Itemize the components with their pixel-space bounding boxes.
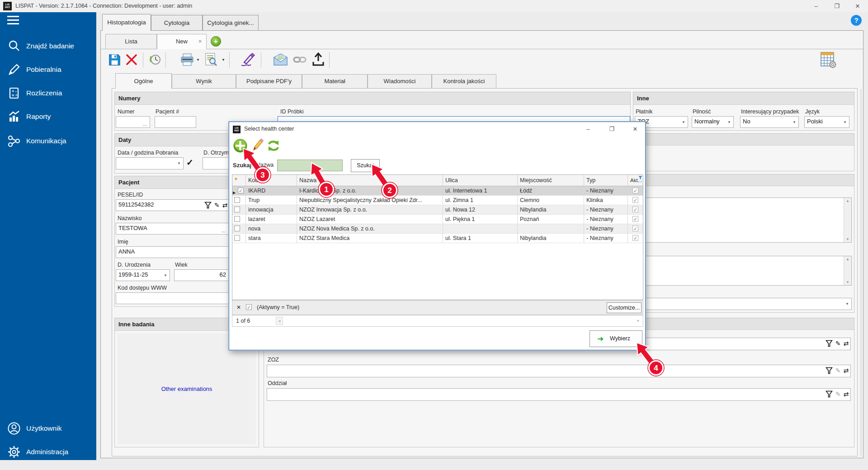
- formtab-wiadomosci[interactable]: Wiadomości: [368, 74, 432, 89]
- print-icon[interactable]: [180, 53, 194, 66]
- sidebar-item-rozliczenia[interactable]: + -× ÷ Rozliczenia: [0, 83, 96, 103]
- akt-checkbox[interactable]: ✓: [632, 226, 638, 231]
- print-dropdown-arrow[interactable]: ▼: [196, 58, 200, 62]
- help-button[interactable]: ?: [851, 15, 862, 26]
- marker-column-header[interactable]: *: [232, 175, 246, 186]
- swap-icon[interactable]: ⇄: [222, 202, 228, 209]
- oddzial-input[interactable]: [267, 388, 851, 401]
- dialog-maximize-button[interactable]: ❐: [605, 125, 618, 134]
- kod-www-input[interactable]: [116, 292, 229, 304]
- window-minimize-button[interactable]: –: [806, 0, 826, 12]
- akt-column-header[interactable]: Akt...: [628, 175, 643, 186]
- tab-cytologia-ginek[interactable]: Cytologia ginek...: [203, 15, 259, 31]
- delete-icon[interactable]: [125, 53, 138, 66]
- ulica-column-header[interactable]: Ulica: [443, 175, 518, 186]
- print-preview-icon[interactable]: [204, 52, 218, 67]
- miejscowosc-column-header[interactable]: Miejscowość: [518, 175, 584, 186]
- swap-icon[interactable]: ⇄: [844, 367, 849, 374]
- row-checkbox[interactable]: [234, 226, 240, 231]
- zoz-input[interactable]: [267, 365, 851, 377]
- subtab-close-icon[interactable]: ✕: [198, 34, 202, 49]
- subtab-lista[interactable]: Lista: [105, 34, 157, 49]
- akt-checkbox[interactable]: ✓: [632, 207, 638, 212]
- table-row[interactable]: staraNZOZ Stara Medicaul. Stara 1Nibylan…: [232, 234, 643, 243]
- filter-remove-icon[interactable]: ✕: [236, 304, 241, 310]
- swap-icon[interactable]: ⇄: [844, 340, 849, 347]
- numer-input[interactable]: …: [116, 116, 150, 128]
- filter-icon[interactable]: [826, 340, 833, 347]
- pilnosc-combo[interactable]: Normalny▼: [692, 116, 734, 128]
- jezyk-combo[interactable]: Polski▼: [804, 116, 849, 128]
- filter-icon[interactable]: [826, 367, 833, 374]
- interesujacy-combo[interactable]: No▼: [740, 116, 799, 128]
- subtab-new[interactable]: New ✕: [157, 34, 207, 49]
- link-icon[interactable]: [293, 54, 307, 66]
- tab-cytologia[interactable]: Cytologia: [151, 15, 203, 31]
- save-icon[interactable]: [108, 54, 121, 66]
- health-center-search-input[interactable]: [277, 160, 343, 171]
- row-checkbox[interactable]: [234, 197, 240, 203]
- formtab-ogolne[interactable]: Ogólne: [115, 73, 172, 89]
- formtab-kontrola-jakosci[interactable]: Kontrola jakości: [432, 74, 496, 89]
- right-combo[interactable]: ▼: [637, 298, 852, 310]
- edit-pencil-icon[interactable]: ✎: [214, 202, 220, 209]
- add-tab-button[interactable]: +: [211, 36, 221, 47]
- customize-button[interactable]: Customize...: [607, 302, 642, 313]
- akt-checkbox[interactable]: ✓: [632, 216, 638, 222]
- row-checkbox[interactable]: [234, 216, 240, 222]
- akt-checkbox[interactable]: ✓: [632, 235, 638, 241]
- tab-histopatologia[interactable]: Histopatologia: [102, 14, 151, 31]
- table-row[interactable]: novaNZOZ Nova Medica Sp. z o.o.- Nieznan…: [232, 224, 643, 234]
- filter-icon[interactable]: [826, 390, 833, 398]
- szukaj-button[interactable]: Szukaj: [351, 159, 380, 172]
- sidebar-item-uzytkownik[interactable]: Użytkownik: [0, 418, 96, 438]
- urodzenia-combo[interactable]: 1959-11-25▼: [116, 269, 170, 281]
- row-checkbox[interactable]: ✓: [238, 188, 244, 193]
- history-refresh-icon[interactable]: [148, 53, 162, 66]
- refresh-icon[interactable]: [266, 139, 281, 153]
- right-textarea-1[interactable]: ▲ ▼: [637, 197, 852, 243]
- nazwisko-input[interactable]: TESTOWA…: [116, 223, 229, 235]
- pacjent-nr-input[interactable]: [155, 116, 196, 128]
- nazwa-column-header[interactable]: Nazwa: [297, 175, 443, 186]
- pager-next-icon[interactable]: ►: [635, 317, 642, 325]
- sidebar-item-administracja[interactable]: Administracja: [0, 442, 96, 462]
- window-close-button[interactable]: ✕: [847, 0, 868, 12]
- edit-pencil-icon[interactable]: ✎: [835, 340, 841, 347]
- email-icon[interactable]: [273, 53, 288, 66]
- dialog-close-button[interactable]: ✕: [628, 125, 642, 134]
- table-row[interactable]: TrupNiepubliczny Specjalistyczny Zakład …: [232, 196, 643, 205]
- formtab-podpisane-pdfy[interactable]: Podpisane PDF'y: [236, 74, 302, 89]
- nazwisko-ellipsis-button[interactable]: …: [221, 228, 226, 233]
- table-row[interactable]: innowacjaNZOZ Innowacja Sp. z o.o.ul. No…: [232, 205, 643, 215]
- swap-icon[interactable]: ⇄: [844, 390, 849, 398]
- menu-hamburger-icon[interactable]: [7, 16, 19, 26]
- data-pobrania-combo[interactable]: ▼: [116, 157, 184, 169]
- filter-checkbox[interactable]: ✓: [246, 304, 252, 310]
- edit-pencil-icon[interactable]: ✎: [835, 367, 841, 374]
- sidebar-item-komunikacja[interactable]: Komunikacja: [0, 131, 96, 151]
- row-checkbox[interactable]: [234, 235, 240, 241]
- sign-pen-icon[interactable]: [240, 52, 256, 68]
- upload-icon[interactable]: [312, 52, 325, 66]
- filter-icon[interactable]: [204, 202, 212, 209]
- formtab-wynik[interactable]: Wynik: [172, 74, 236, 89]
- akt-checkbox[interactable]: ✓: [632, 197, 638, 203]
- table-row[interactable]: lazaretNZOZ Lazaretul. Piękna 1Poznań- N…: [232, 215, 643, 224]
- sidebar-item-raporty[interactable]: Raporty: [0, 107, 96, 127]
- typ-column-header[interactable]: Typ: [584, 175, 628, 186]
- grid-settings-icon[interactable]: [816, 51, 838, 69]
- row-checkbox[interactable]: [234, 207, 240, 212]
- numer-ellipsis-button[interactable]: …: [142, 121, 148, 127]
- other-examinations-link[interactable]: Other examinations: [161, 385, 212, 392]
- table-row[interactable]: ▶✓IKARDI-Kardiologia Sp. z o.o.ul. Inter…: [232, 186, 643, 196]
- preview-dropdown-arrow[interactable]: ▼: [222, 58, 225, 62]
- sidebar-item-pobieralnia[interactable]: Pobieralnia: [0, 60, 96, 80]
- add-icon[interactable]: [233, 138, 248, 153]
- edit-pencil-icon[interactable]: ✎: [835, 390, 841, 398]
- right-textarea-2[interactable]: ▲ ▼: [637, 256, 852, 286]
- column-filter-icon[interactable]: [638, 176, 642, 180]
- window-maximize-button[interactable]: ❐: [826, 0, 847, 12]
- sidebar-item-znajdz-badanie[interactable]: Znajdź badanie: [0, 36, 96, 56]
- imie-input[interactable]: ANNA: [116, 246, 229, 258]
